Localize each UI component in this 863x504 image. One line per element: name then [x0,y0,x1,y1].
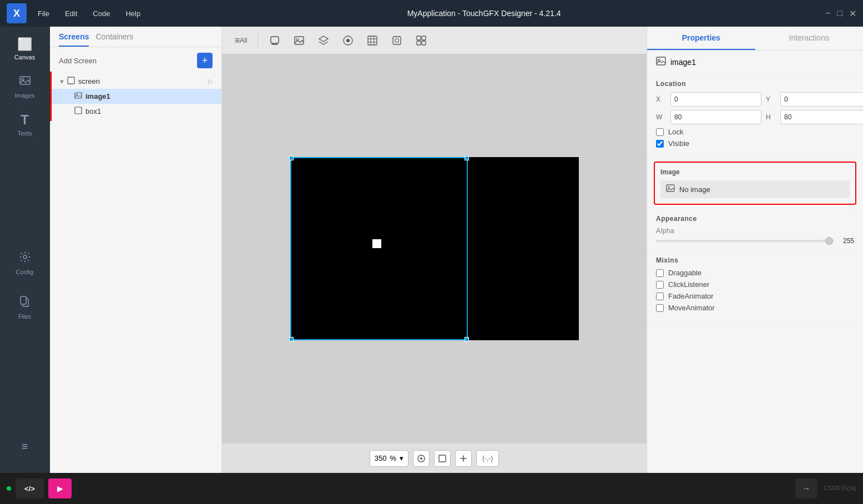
app-logo: X [7,3,27,23]
sidebar-item-files[interactable]: Files [5,290,45,325]
play-icon[interactable]: ▷ [208,78,213,85]
svg-point-26 [420,457,422,460]
lock-checkbox[interactable] [656,128,664,136]
main-layout: ⬜ Canvas Images T Texts Config Files ≡ [0,27,863,473]
image-section: Image No image [654,162,856,205]
fadeanimator-checkbox[interactable] [656,293,664,300]
screen-tree: ▼ screen ▷ image1 [50,72,221,121]
tab-properties[interactable]: Properties [647,27,755,50]
svg-rect-32 [667,185,674,191]
moveanimator-row: MoveAnimator [656,304,854,312]
moveanimator-label: MoveAnimator [668,304,715,312]
nav-button[interactable]: → [795,478,817,498]
layers-tool-btn[interactable] [314,32,334,49]
maximize-btn[interactable]: □ [837,8,842,19]
widget-name-label: image1 [670,58,696,67]
left-panel-tabs: Screens Containers [50,27,221,47]
interaction-tool-btn[interactable] [265,32,285,49]
draggable-label: Draggable [668,269,701,277]
svg-point-33 [668,187,670,188]
tree-item-box1[interactable]: box1 [50,104,221,119]
wh-row: W H [656,110,854,124]
left-panel: Screens Containers Add Screen + ▼ screen… [50,27,222,473]
minimize-btn[interactable]: − [825,8,830,19]
add-widget-btn[interactable] [455,450,472,467]
menu-icon: ≡ [22,440,28,453]
y-input[interactable] [780,92,863,107]
h-input[interactable] [780,110,863,124]
canvas-content [222,54,647,443]
zoom-selector[interactable]: 350 % ▾ [370,450,408,467]
sidebar-item-menu[interactable]: ≡ [5,429,45,464]
tab-screens[interactable]: Screens [59,32,89,47]
window-controls[interactable]: − □ ✕ [825,8,856,19]
tab-interactions[interactable]: Interactions [755,27,864,50]
sidebar-item-config[interactable]: Config [5,245,45,281]
bitmap-tool-btn[interactable] [362,32,382,49]
status-dot [7,486,11,491]
code-button[interactable]: </> [16,478,44,498]
box1-label: box1 [85,107,101,115]
visible-row: Visible [656,139,854,148]
clicklistener-checkbox[interactable] [656,281,664,289]
sidebar-item-texts[interactable]: T Texts [5,107,45,142]
fit-btn[interactable] [413,450,430,467]
menu-help[interactable]: Help [123,8,143,19]
tree-item-image1[interactable]: image1 [50,89,221,104]
visible-checkbox[interactable] [656,140,664,148]
lock-label: Lock [668,128,683,136]
sidebar-item-images[interactable]: Images [5,69,45,104]
shape-tool-btn[interactable] [338,32,358,49]
menu-code[interactable]: Code [90,8,112,19]
svg-rect-7 [75,107,82,114]
props-widget-header: image1 [647,51,863,74]
tab-containers[interactable]: Containers [95,32,133,47]
zoom-chevron-icon: ▾ [400,454,403,462]
crop-btn[interactable] [434,450,451,467]
3d-tool-btn[interactable] [387,32,407,49]
menu-file[interactable]: File [36,8,52,19]
close-btn[interactable]: ✕ [849,8,856,19]
moveanimator-checkbox[interactable] [656,304,664,312]
coords-display: (-,-) [476,450,499,467]
x-input[interactable] [670,92,761,107]
y-label: Y [766,95,776,103]
all-label: All [240,37,247,44]
image-tool-btn[interactable] [289,32,309,49]
menu-edit[interactable]: Edit [63,8,79,19]
run-icon: ▶ [57,485,63,493]
title-bar: X File Edit Code Help MyApplication - To… [0,0,863,27]
widget-type-icon [656,56,666,68]
svg-rect-4 [68,77,74,84]
appearance-section: Appearance Alpha 255 [647,209,863,251]
visible-label: Visible [668,139,689,148]
svg-rect-24 [422,41,426,45]
w-label: W [656,113,666,121]
svg-rect-23 [417,41,421,45]
config-label: Config [16,269,34,275]
w-input[interactable] [670,110,761,124]
stack-tool-btn[interactable] [411,32,431,49]
add-screen-label: Add Screen [59,57,97,65]
files-icon [19,295,31,311]
svg-rect-27 [439,455,446,462]
sidebar-item-canvas[interactable]: ⬜ Canvas [5,31,45,67]
filter-all-btn[interactable]: ≡ All [231,32,251,49]
draggable-checkbox[interactable] [656,269,664,277]
stack-icon [416,35,427,46]
image-widget-icon [74,92,82,101]
image1-label: image1 [85,92,110,100]
tree-item-screen[interactable]: ▼ screen ▷ [50,74,221,89]
add-screen-button[interactable]: + [197,53,213,68]
arrow-down-icon: ▼ [59,78,65,85]
alpha-slider[interactable] [656,240,833,242]
screen-canvas[interactable] [290,157,579,340]
canvas-area: ≡ All [222,27,647,473]
fadeanimator-label: FadeAnimator [668,292,714,300]
run-button[interactable]: ▶ [48,478,72,498]
screen-tree-list: ▼ screen ▷ image1 [50,72,221,121]
menu-bar[interactable]: File Edit Code Help [36,8,143,19]
x-label: X [656,95,666,103]
mixins-title: Mixins [656,256,854,264]
no-image-button[interactable]: No image [660,180,850,198]
